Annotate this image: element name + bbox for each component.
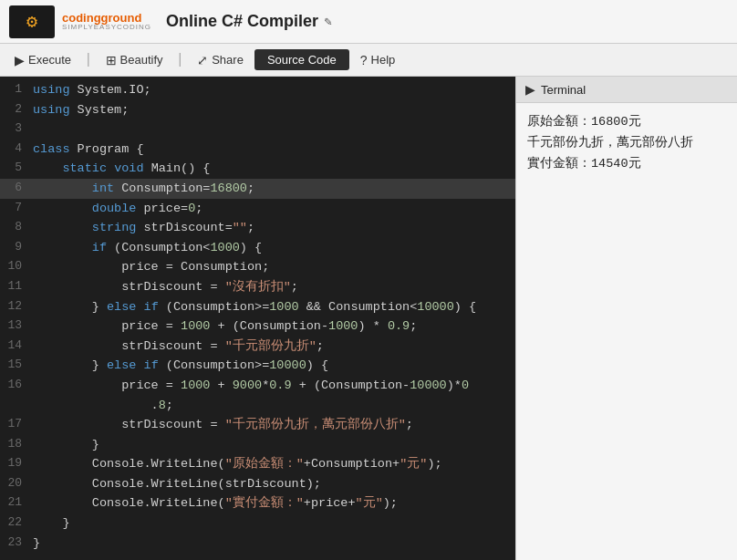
help-icon: ? — [360, 53, 368, 67]
code-row-12: 12 } else if (Consumption>=1000 && Consu… — [0, 297, 515, 317]
code-row-3: 3 — [0, 119, 515, 140]
beautify-icon: ⊞ — [106, 53, 117, 67]
share-button[interactable]: ⤢ Share — [188, 49, 253, 71]
code-row-19: 19 Console.WriteLine("原始金額："+Consumption… — [0, 454, 515, 474]
code-row-16a: 16 price = 1000 + 9000*0.9 + (Consumptio… — [0, 376, 515, 396]
code-row-5: 5 static void Main() { — [0, 159, 515, 179]
main: 1 using System.IO; 2 using System; 3 4 c… — [0, 77, 737, 560]
logo-box: ⚙ — [9, 5, 55, 38]
code-row-7: 7 double price=0; — [0, 199, 515, 219]
terminal-line-1: 原始金額：16800元 — [527, 112, 726, 133]
execute-icon: ▶ — [15, 53, 25, 67]
code-row-9: 9 if (Consumption<1000) { — [0, 238, 515, 258]
logo-text: codingground SIMPLYEASYCODING — [62, 12, 151, 31]
code-row-15: 15 } else if (Consumption>=10000) { — [0, 356, 515, 376]
terminal-panel: ▶ Terminal 原始金額：16800元 千元部份九折，萬元部份八折 實付金… — [515, 77, 737, 560]
code-row-8: 8 string strDiscount=""; — [0, 218, 515, 238]
code-row-6: 6 int Consumption=16800; — [0, 179, 515, 199]
code-row-4: 4 class Program { — [0, 140, 515, 160]
code-row-17: 17 strDiscount = "千元部份九折，萬元部份八折"; — [0, 415, 515, 435]
terminal-body: 原始金額：16800元 千元部份九折，萬元部份八折 實付金額：14540元 — [516, 103, 737, 184]
edit-icon[interactable]: ✎ — [324, 14, 331, 29]
terminal-line-2: 千元部份九折，萬元部份八折 — [527, 133, 726, 154]
code-row-11: 11 strDiscount = "沒有折扣"; — [0, 277, 515, 297]
terminal-line-3: 實付金額：14540元 — [527, 154, 726, 175]
code-row-16b: .8; — [0, 396, 515, 416]
share-icon: ⤢ — [197, 53, 208, 67]
terminal-icon: ▶ — [525, 82, 535, 97]
logo-icon: ⚙ — [26, 10, 37, 33]
execute-button[interactable]: ▶ Execute — [5, 49, 80, 71]
terminal-header: ▶ Terminal — [516, 77, 737, 103]
code-content: 1 using System.IO; 2 using System; 3 4 c… — [0, 77, 515, 556]
divider-2: | — [176, 52, 185, 68]
header: ⚙ codingground SIMPLYEASYCODING Online C… — [0, 0, 737, 44]
app-title: Online C# Compiler — [166, 12, 318, 31]
code-row-21: 21 Console.WriteLine("實付金額："+price+"元"); — [0, 493, 515, 513]
code-row-10: 10 price = Consumption; — [0, 257, 515, 277]
beautify-button[interactable]: ⊞ Beautify — [97, 49, 172, 71]
source-code-tab[interactable]: Source Code — [254, 49, 349, 70]
code-row-23: 23 } — [0, 534, 515, 554]
code-panel[interactable]: 1 using System.IO; 2 using System; 3 4 c… — [0, 77, 515, 560]
toolbar: ▶ Execute | ⊞ Beautify | ⤢ Share Source … — [0, 44, 737, 77]
logo-sub: SIMPLYEASYCODING — [62, 24, 151, 31]
code-row-13: 13 price = 1000 + (Consumption-1000) * 0… — [0, 316, 515, 337]
code-row-22: 22 } — [0, 513, 515, 534]
logo-area: ⚙ codingground SIMPLYEASYCODING — [9, 5, 151, 38]
help-button[interactable]: ? Help — [351, 49, 405, 71]
code-row-14: 14 strDiscount = "千元部份九折"; — [0, 337, 515, 357]
code-row-20: 20 Console.WriteLine(strDiscount); — [0, 474, 515, 494]
code-row-2: 2 using System; — [0, 100, 515, 120]
divider-1: | — [84, 52, 93, 68]
terminal-title: Terminal — [541, 83, 586, 97]
code-row-18: 18 } — [0, 435, 515, 455]
code-row-1: 1 using System.IO; — [0, 80, 515, 100]
